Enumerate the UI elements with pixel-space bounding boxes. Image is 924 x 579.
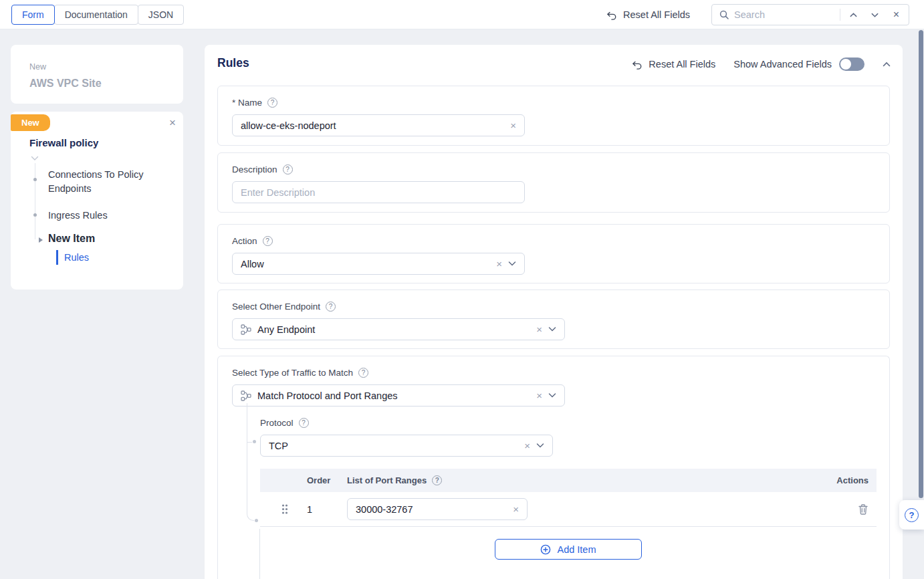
show-advanced-fields-label: Show Advanced Fields — [733, 59, 832, 70]
chevron-down-icon[interactable] — [548, 326, 556, 332]
parent-status-label: New — [29, 62, 183, 72]
search-prev-button[interactable] — [845, 6, 862, 23]
actions-column-header: Actions — [819, 475, 877, 485]
drag-handle-icon[interactable] — [281, 503, 307, 515]
table-row: 1 × — [260, 492, 877, 527]
help-icon[interactable]: ? — [432, 475, 442, 485]
help-icon[interactable]: ? — [263, 236, 273, 246]
firewall-policy-card: New × Firewall policy Connections To Pol… — [11, 112, 183, 290]
chevron-down-icon[interactable] — [508, 261, 516, 267]
chevron-down-icon[interactable] — [548, 392, 556, 398]
tab-form[interactable]: Form — [11, 5, 55, 25]
clear-endpoint-icon[interactable]: × — [536, 324, 542, 334]
row-order-value: 1 — [307, 504, 347, 515]
action-selected-value: Allow — [241, 259, 490, 269]
collapse-panel-chevron-icon[interactable] — [883, 62, 891, 68]
connector-dot — [255, 519, 258, 522]
clear-traffic-icon[interactable]: × — [536, 390, 542, 400]
search-box: × — [711, 4, 909, 25]
name-field-section: * Name ? × — [217, 86, 890, 146]
search-close-button[interactable]: × — [888, 6, 905, 23]
order-column-header: Order — [307, 475, 347, 485]
tree-collapse-chevron-icon[interactable] — [31, 156, 39, 161]
toggle-knob — [840, 59, 851, 70]
help-icon[interactable]: ? — [358, 368, 368, 378]
sidebar-item-new-item[interactable]: New Item — [48, 233, 95, 245]
protocol-field-label: Protocol — [260, 418, 294, 428]
description-field-section: Description ? — [217, 152, 890, 213]
help-icon[interactable]: ? — [326, 302, 336, 312]
name-field-label: * Name — [232, 98, 262, 108]
active-item-indicator — [56, 250, 58, 265]
description-input-wrapper — [232, 181, 525, 203]
search-next-button[interactable] — [867, 6, 883, 23]
tree-guide-line — [35, 163, 35, 239]
clear-name-icon[interactable]: × — [510, 120, 516, 130]
panel-reset-all-fields-button[interactable]: Reset All Fields — [631, 59, 715, 70]
traffic-select[interactable]: Match Protocol and Port Ranges × — [232, 384, 565, 407]
add-item-button[interactable]: Add Item — [495, 539, 642, 560]
protocol-select[interactable]: TCP × — [260, 435, 553, 457]
rules-panel: Rules Reset All Fields Show Advanced Fie… — [205, 45, 903, 579]
endpoint-field-section: Select Other Endpoint ? Any Endpoint × — [217, 290, 890, 349]
parent-object-card: New AWS VPC Site — [11, 45, 183, 104]
help-icon[interactable]: ? — [299, 418, 309, 428]
add-item-label: Add Item — [557, 544, 596, 555]
sidebar-item-rules[interactable]: Rules — [64, 252, 89, 263]
panel-title: Rules — [217, 56, 249, 70]
tree-bullet-icon — [33, 213, 37, 217]
action-select[interactable]: Allow × — [232, 253, 525, 275]
name-input[interactable] — [241, 120, 504, 131]
plus-circle-icon — [540, 544, 551, 555]
close-icon[interactable]: × — [169, 117, 176, 128]
sidebar-item-connections[interactable]: Connections To Policy Endpoints — [48, 168, 165, 196]
port-range-input[interactable] — [356, 504, 507, 515]
action-field-section: Action ? Allow × — [217, 224, 890, 283]
endpoint-field-label: Select Other Endpoint — [232, 302, 320, 312]
description-field-label: Description — [232, 164, 277, 175]
table-header-row: Order List of Port Ranges ? Actions — [260, 469, 877, 492]
nested-connector-branch — [247, 442, 252, 443]
show-advanced-fields-toggle[interactable] — [839, 57, 864, 71]
endpoint-selected-value: Any Endpoint — [257, 324, 530, 335]
panel-reset-label: Reset All Fields — [649, 59, 715, 70]
chevron-down-icon[interactable] — [536, 443, 544, 449]
undo-icon — [631, 59, 643, 70]
port-range-input-wrapper: × — [347, 498, 528, 520]
port-ranges-table: Order List of Port Ranges ? Actions — [260, 469, 877, 560]
name-input-wrapper: × — [232, 114, 525, 136]
endpoint-select[interactable]: Any Endpoint × — [232, 318, 565, 340]
help-icon[interactable]: ? — [283, 164, 293, 175]
protocol-selected-value: TCP — [269, 441, 518, 451]
scrollbar-thumb[interactable] — [919, 30, 923, 498]
clear-action-icon[interactable]: × — [496, 259, 502, 269]
tab-json[interactable]: JSON — [138, 5, 184, 25]
help-fab[interactable]: ? — [899, 500, 924, 530]
undo-icon — [606, 9, 617, 21]
clear-port-range-icon[interactable]: × — [513, 504, 519, 514]
tab-documentation[interactable]: Documentation — [54, 5, 138, 25]
parent-object-title: AWS VPC Site — [29, 78, 183, 90]
nested-connector-line — [247, 403, 254, 521]
help-icon[interactable]: ? — [267, 98, 277, 108]
ranges-column-header: List of Port Ranges — [347, 475, 427, 485]
view-tab-group: Form Documentation JSON — [12, 5, 184, 25]
clear-protocol-icon[interactable]: × — [524, 441, 530, 451]
sidebar-item-ingress-rules[interactable]: Ingress Rules — [48, 209, 108, 223]
tree-bullet-icon — [33, 178, 37, 181]
new-badge: New — [11, 114, 50, 131]
tree-expand-arrow-icon[interactable] — [39, 237, 43, 243]
protocol-field: Protocol ? TCP × — [260, 418, 553, 457]
delete-row-trash-icon[interactable] — [858, 503, 869, 515]
one-of-selector-icon — [241, 390, 251, 401]
reset-all-fields-button[interactable]: Reset All Fields — [606, 9, 690, 21]
connector-dot — [253, 440, 256, 443]
firewall-policy-title: Firewall policy — [29, 137, 98, 148]
search-input[interactable] — [734, 9, 835, 20]
traffic-field-section: Select Type of Traffic to Match ? Match … — [217, 356, 890, 579]
action-field-label: Action — [232, 236, 257, 246]
reset-all-fields-label: Reset All Fields — [623, 9, 690, 20]
description-input[interactable] — [241, 187, 516, 198]
one-of-selector-icon — [241, 324, 251, 335]
search-icon — [719, 9, 729, 20]
